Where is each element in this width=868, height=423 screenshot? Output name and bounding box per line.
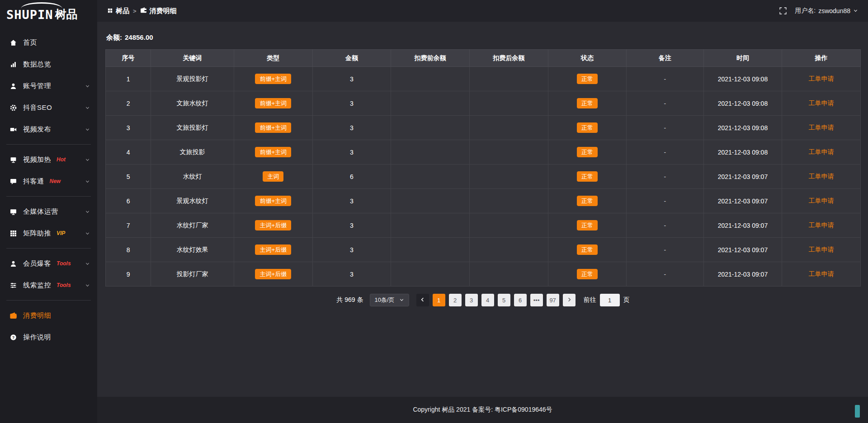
page-button-5[interactable]: 5 <box>498 294 510 306</box>
table-row: 3文旅投影灯前缀+主词3正常-2021-12-03 09:08工单申请 <box>106 116 861 140</box>
cell-index: 9 <box>106 262 151 287</box>
brand-logo[interactable]: SHUPIN 树品 <box>0 0 97 24</box>
cell-type: 主词+后缀 <box>234 262 312 287</box>
table-row: 6景观水纹灯前缀+主词3正常-2021-12-03 09:07工单申请 <box>106 189 861 213</box>
cell-balance-before <box>391 116 470 140</box>
sidebar-item-数据总览[interactable]: 数据总览 <box>0 53 97 75</box>
work-order-link[interactable]: 工单申请 <box>809 173 834 180</box>
username-value: zswodun88 <box>818 7 850 14</box>
sidebar-item-label: 数据总览 <box>23 60 51 69</box>
column-header: 状态 <box>548 50 627 67</box>
sidebar-item-抖音SEO[interactable]: 抖音SEO <box>0 97 97 118</box>
cell-keyword: 投影灯厂家 <box>151 262 234 287</box>
page-button-1[interactable]: 1 <box>433 294 445 306</box>
sidebar-item-首页[interactable]: 首页 <box>0 32 97 53</box>
cell-keyword: 文旅投影灯 <box>151 116 234 140</box>
work-order-link[interactable]: 工单申请 <box>809 75 834 82</box>
balance-value: 24856.00 <box>125 33 153 41</box>
sidebar-item-label: 抖音SEO <box>23 103 52 112</box>
cell-keyword: 景观水纹灯 <box>151 189 234 213</box>
page-ellipsis-button[interactable]: ••• <box>530 294 543 306</box>
sidebar-item-操作说明[interactable]: ?操作说明 <box>0 326 97 348</box>
next-page-button[interactable] <box>563 294 576 306</box>
type-badge: 主词+后缀 <box>255 244 291 255</box>
table-row: 1景观投影灯前缀+主词3正常-2021-12-03 09:08工单申请 <box>106 67 861 91</box>
work-order-link[interactable]: 工单申请 <box>809 246 834 253</box>
cell-remark: - <box>627 67 703 91</box>
cell-remark: - <box>627 213 703 238</box>
work-order-link[interactable]: 工单申请 <box>809 270 834 277</box>
type-badge: 前缀+主词 <box>255 147 291 158</box>
chevron-down-icon <box>85 261 90 266</box>
goto-page-input[interactable] <box>600 294 620 306</box>
status-badge: 正常 <box>577 244 598 255</box>
sidebar-item-矩阵助推[interactable]: 矩阵助推VIP <box>0 222 97 244</box>
work-order-link[interactable]: 工单申请 <box>809 99 834 107</box>
main-column: 树品 > 消费明细 用户名: zswodun88 余额:24856.00 <box>97 0 868 423</box>
breadcrumb-item-current[interactable]: 消费明细 <box>140 7 177 15</box>
cell-amount: 3 <box>312 189 391 213</box>
cell-time: 2021-12-03 09:08 <box>703 116 782 140</box>
cell-time: 2021-12-03 09:07 <box>703 189 782 213</box>
sidebar-item-会员爆客[interactable]: 会员爆客Tools <box>0 253 97 274</box>
table-row: 7水纹灯厂家主词+后缀3正常-2021-12-03 09:07工单申请 <box>106 213 861 238</box>
type-badge: 主词 <box>263 171 283 182</box>
cell-type: 主词+后缀 <box>234 238 312 262</box>
page-button-97[interactable]: 97 <box>547 294 559 306</box>
sidebar-divider <box>6 196 91 197</box>
sidebar-item-线索监控[interactable]: 线索监控Tools <box>0 274 97 296</box>
sidebar-divider <box>6 144 91 145</box>
goto-suffix: 页 <box>623 296 630 304</box>
sidebar-item-全媒体运营[interactable]: 全媒体运营 <box>0 201 97 222</box>
work-order-link[interactable]: 工单申请 <box>809 197 834 204</box>
sidebar-item-抖客通[interactable]: 抖客通New <box>0 170 97 192</box>
chart-icon <box>9 61 17 68</box>
chevron-down-icon <box>85 231 90 236</box>
table-row: 8水纹灯效果主词+后缀3正常-2021-12-03 09:07工单申请 <box>106 238 861 262</box>
cell-type: 前缀+主词 <box>234 91 312 116</box>
user-menu[interactable]: 用户名: zswodun88 <box>795 7 858 15</box>
cell-remark: - <box>627 238 703 262</box>
page-size-select[interactable]: 10条/页 <box>370 294 409 306</box>
pagination-total: 共 969 条 <box>336 296 363 304</box>
page-button-4[interactable]: 4 <box>481 294 494 306</box>
cell-index: 4 <box>106 140 151 164</box>
floating-widget[interactable] <box>855 405 860 418</box>
chevron-down-icon <box>85 84 90 89</box>
page-button-6[interactable]: 6 <box>514 294 527 306</box>
sidebar-item-label: 抖客通 <box>23 177 44 186</box>
cell-status: 正常 <box>548 116 627 140</box>
page-button-2[interactable]: 2 <box>449 294 462 306</box>
cell-type: 前缀+主词 <box>234 67 312 91</box>
cell-action: 工单申请 <box>782 238 861 262</box>
cell-remark: - <box>627 91 703 116</box>
prev-page-button[interactable] <box>416 294 429 306</box>
page-button-3[interactable]: 3 <box>465 294 478 306</box>
cell-balance-before <box>391 189 470 213</box>
sidebar-item-label: 视频加热 <box>23 155 51 164</box>
sidebar-item-消费明细[interactable]: 消费明细 <box>0 305 97 326</box>
logo-text-cn: 树品 <box>55 7 78 22</box>
goto-label: 前往 <box>584 296 596 304</box>
sidebar-item-账号管理[interactable]: 账号管理 <box>0 75 97 97</box>
sidebar-item-视频加热[interactable]: 视频加热Hot <box>0 149 97 170</box>
balance-label: 余额: <box>106 33 122 41</box>
chat-icon <box>9 178 17 185</box>
cell-balance-after <box>469 213 548 238</box>
work-order-link[interactable]: 工单申请 <box>809 124 834 131</box>
breadcrumb-item-home[interactable]: 树品 <box>107 7 129 15</box>
work-order-link[interactable]: 工单申请 <box>809 148 834 155</box>
work-order-link[interactable]: 工单申请 <box>809 221 834 229</box>
sidebar-item-视频发布[interactable]: 视频发布 <box>0 118 97 140</box>
status-badge: 正常 <box>577 196 598 207</box>
type-badge: 前缀+主词 <box>255 122 291 133</box>
cell-index: 3 <box>106 116 151 140</box>
cell-action: 工单申请 <box>782 67 861 91</box>
user-icon <box>9 83 17 89</box>
pagination: 共 969 条 10条/页 123456•••97 前往 页 <box>105 294 861 306</box>
fullscreen-icon[interactable] <box>779 7 787 14</box>
goto-page: 前往 页 <box>584 294 630 306</box>
cell-amount: 3 <box>312 116 391 140</box>
logo-arc-decoration <box>21 2 62 9</box>
video-icon <box>9 126 17 133</box>
